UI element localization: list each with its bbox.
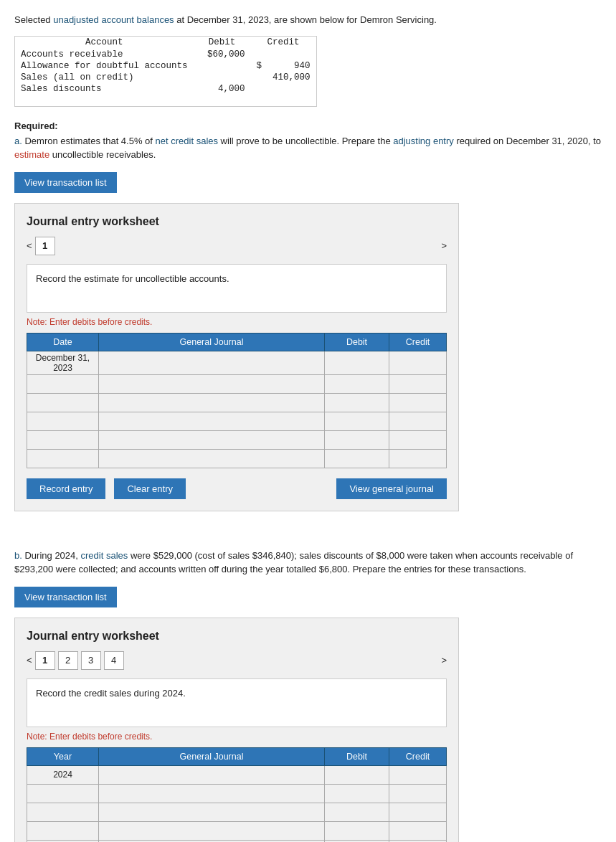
view-transaction-btn-b[interactable]: View transaction list xyxy=(14,587,117,607)
debit-input-a-2[interactable] xyxy=(325,375,389,393)
credit-cell-b-4[interactable] xyxy=(389,821,447,840)
th-gj-b: General Journal xyxy=(99,747,325,765)
tab-next-arrow-a[interactable]: > xyxy=(441,240,447,251)
tab-prev-arrow-b[interactable]: < xyxy=(27,655,32,666)
worksheet-title-b: Journal entry worksheet xyxy=(27,630,447,643)
th-date-a: Date xyxy=(27,333,99,351)
gj-cell-b-4[interactable] xyxy=(99,821,325,840)
date-cell-a-3 xyxy=(27,393,99,412)
gj-input-a-5[interactable] xyxy=(99,431,324,449)
gj-input-b-1[interactable] xyxy=(99,766,324,784)
instruction-box-b: Record the credit sales during 2024. xyxy=(27,678,447,727)
gj-cell-a-1[interactable] xyxy=(99,351,325,374)
tab-1-b[interactable]: 1 xyxy=(35,651,55,670)
col-header-credit: Credit xyxy=(251,37,316,49)
debit-value-1: $60,000 xyxy=(194,49,251,60)
gj-input-a-2[interactable] xyxy=(99,375,324,393)
credit-input-a-3[interactable] xyxy=(389,394,446,412)
debit-cell-a-3[interactable] xyxy=(325,393,389,412)
tab-4-b[interactable]: 4 xyxy=(104,651,124,670)
journal-table-header-b: Year General Journal Debit Credit xyxy=(27,747,447,765)
debit-input-a-4[interactable] xyxy=(325,412,389,430)
debit-input-a-6[interactable] xyxy=(325,450,389,468)
balance-table: Account Debit Credit Accounts receivable… xyxy=(15,37,316,95)
credit-input-a-1[interactable] xyxy=(389,351,446,374)
journal-table-b: Year General Journal Debit Credit 2024 xyxy=(27,747,447,843)
gj-cell-b-1[interactable] xyxy=(99,765,325,784)
th-credit-a: Credit xyxy=(389,333,447,351)
view-transaction-btn-a[interactable]: View transaction list xyxy=(14,172,117,193)
tab-prev-arrow-a[interactable]: < xyxy=(27,240,32,251)
credit-cell-a-5[interactable] xyxy=(389,430,447,449)
credit-cell-a-2[interactable] xyxy=(389,374,447,393)
tab-nav-b: < 1 2 3 4 > xyxy=(27,651,447,670)
credit-input-a-4[interactable] xyxy=(389,412,446,430)
gj-cell-a-4[interactable] xyxy=(99,412,325,430)
debit-cell-a-2[interactable] xyxy=(325,374,389,393)
table-row xyxy=(27,803,447,821)
credit-cell-a-6[interactable] xyxy=(389,449,447,468)
credit-cell-b-3[interactable] xyxy=(389,803,447,821)
intro-text: Selected unadjusted account balances at … xyxy=(14,13,602,27)
tab-3-b[interactable]: 3 xyxy=(81,651,101,670)
credit-input-a-2[interactable] xyxy=(389,375,446,393)
record-entry-button-a[interactable]: Record entry xyxy=(27,478,105,499)
debit-input-b-3[interactable] xyxy=(325,803,389,821)
gj-input-a-4[interactable] xyxy=(99,412,324,430)
debit-input-b-1[interactable] xyxy=(325,766,389,784)
clear-entry-button-a[interactable]: Clear entry xyxy=(114,478,186,499)
debit-cell-a-5[interactable] xyxy=(325,430,389,449)
gj-cell-a-2[interactable] xyxy=(99,374,325,393)
gj-input-b-2[interactable] xyxy=(99,785,324,803)
th-credit-b: Credit xyxy=(389,747,447,765)
credit-cell-a-3[interactable] xyxy=(389,393,447,412)
credit-input-b-2[interactable] xyxy=(389,785,446,803)
credit-input-b-4[interactable] xyxy=(389,822,446,840)
th-year-b: Year xyxy=(27,747,99,765)
section-b-description: During 2024, credit sales were $529,000 … xyxy=(14,550,573,575)
debit-cell-b-2[interactable] xyxy=(325,784,389,803)
gj-input-b-4[interactable] xyxy=(99,822,324,840)
debit-cell-a-4[interactable] xyxy=(325,412,389,430)
required-a-label: a. xyxy=(14,136,22,146)
debit-cell-a-1[interactable] xyxy=(325,351,389,374)
gj-input-a-1[interactable] xyxy=(99,351,324,374)
debit-cell-a-6[interactable] xyxy=(325,449,389,468)
gj-input-b-3[interactable] xyxy=(99,803,324,821)
tab-2-b[interactable]: 2 xyxy=(58,651,78,670)
credit-input-a-5[interactable] xyxy=(389,431,446,449)
credit-input-a-6[interactable] xyxy=(389,450,446,468)
tab-1-a[interactable]: 1 xyxy=(35,237,55,255)
debit-input-a-1[interactable] xyxy=(325,351,389,374)
gj-cell-a-5[interactable] xyxy=(99,430,325,449)
debit-input-a-5[interactable] xyxy=(325,431,389,449)
date-cell-a-1: December 31,2023 xyxy=(27,351,99,374)
section-b-label: b. xyxy=(14,550,22,561)
debit-cell-b-3[interactable] xyxy=(325,803,389,821)
date-cell-b-3 xyxy=(27,803,99,821)
gj-cell-a-6[interactable] xyxy=(99,449,325,468)
account-name-2: Allowance for doubtful accounts xyxy=(15,60,194,72)
table-row xyxy=(27,374,447,393)
credit-input-b-1[interactable] xyxy=(389,766,446,784)
gj-cell-a-3[interactable] xyxy=(99,393,325,412)
tab-next-arrow-b[interactable]: > xyxy=(441,655,447,666)
debit-cell-b-1[interactable] xyxy=(325,765,389,784)
th-gj-a: General Journal xyxy=(99,333,325,351)
gj-input-a-6[interactable] xyxy=(99,450,324,468)
credit-input-b-3[interactable] xyxy=(389,803,446,821)
debit-cell-b-4[interactable] xyxy=(325,821,389,840)
gj-cell-b-3[interactable] xyxy=(99,803,325,821)
debit-input-a-3[interactable] xyxy=(325,394,389,412)
account-name-3: Sales (all on credit) xyxy=(15,72,194,83)
gj-input-a-3[interactable] xyxy=(99,394,324,412)
credit-cell-a-1[interactable] xyxy=(389,351,447,374)
gj-cell-b-2[interactable] xyxy=(99,784,325,803)
credit-cell-a-4[interactable] xyxy=(389,412,447,430)
credit-cell-b-1[interactable] xyxy=(389,765,447,784)
view-general-journal-btn-a[interactable]: View general journal xyxy=(336,478,447,499)
debit-input-b-4[interactable] xyxy=(325,822,389,840)
required-a-text: Demron estimates that 4.5% of net credit… xyxy=(14,136,601,161)
credit-cell-b-2[interactable] xyxy=(389,784,447,803)
debit-input-b-2[interactable] xyxy=(325,785,389,803)
